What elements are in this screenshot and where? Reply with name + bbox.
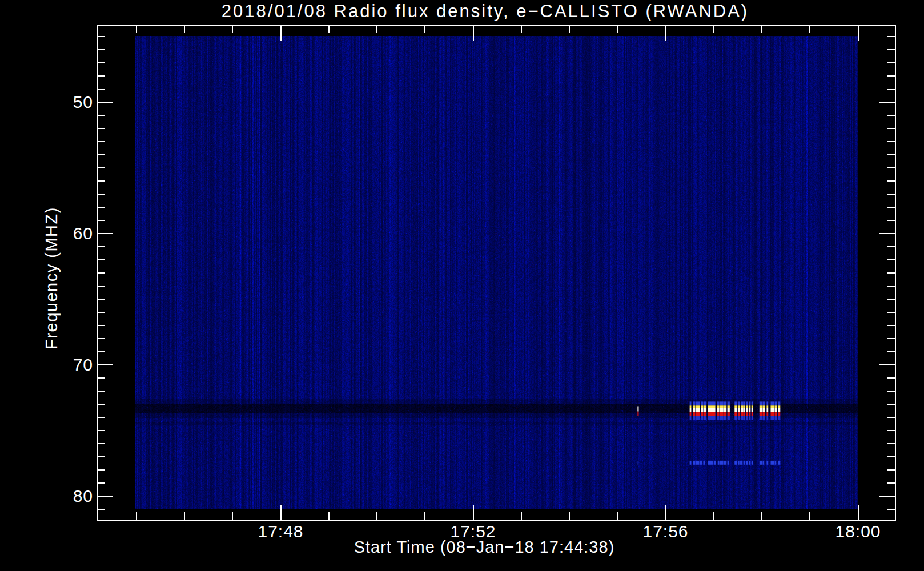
y-tick-mark: [97, 364, 113, 365]
x-tick-mark: [858, 26, 859, 41]
y-tick-mark: [887, 443, 895, 444]
y-tick-mark: [97, 128, 105, 129]
y-tick-mark: [887, 194, 895, 195]
y-tick-mark: [887, 509, 895, 510]
y-tick-mark: [887, 180, 895, 182]
x-tick-mark: [809, 512, 810, 520]
y-tick-mark: [887, 351, 895, 352]
y-tick-mark: [97, 443, 105, 444]
y-tick-mark: [97, 36, 105, 37]
y-tick-mark: [97, 62, 105, 63]
y-tick-mark: [97, 456, 105, 457]
y-tick-mark: [97, 272, 105, 274]
y-tick-mark: [887, 272, 895, 274]
y-tick-label: 60: [50, 224, 93, 243]
y-tick-mark: [97, 509, 105, 510]
y-tick-mark: [887, 62, 895, 63]
y-tick-mark: [97, 496, 113, 497]
y-tick-mark: [887, 36, 895, 37]
spectrogram-window: 2018/01/08 Radio flux density, e−CALLIST…: [0, 0, 924, 571]
y-tick-mark: [97, 312, 105, 313]
y-tick-mark: [887, 338, 895, 339]
y-tick-mark: [97, 220, 105, 221]
y-tick-mark: [887, 456, 895, 457]
y-tick-mark: [887, 286, 895, 287]
y-tick-mark: [97, 115, 105, 116]
x-tick-mark: [376, 512, 377, 520]
x-tick-mark: [521, 512, 522, 520]
x-tick-mark: [809, 26, 810, 33]
y-tick-mark: [887, 141, 895, 142]
chart-title: 2018/01/08 Radio flux density, e−CALLIST…: [86, 1, 884, 22]
y-tick-mark: [97, 299, 105, 300]
x-tick-mark: [713, 512, 714, 520]
y-tick-mark: [97, 469, 105, 471]
y-tick-mark: [887, 391, 895, 392]
y-tick-mark: [887, 482, 895, 484]
y-tick-mark: [879, 364, 895, 365]
y-tick-mark: [97, 325, 105, 326]
y-tick-mark: [879, 102, 895, 103]
y-tick-mark: [97, 49, 105, 50]
x-tick-mark: [280, 505, 282, 520]
y-tick-mark: [97, 259, 105, 260]
y-tick-mark: [97, 351, 105, 352]
x-tick-mark: [424, 512, 425, 520]
y-tick-mark: [887, 259, 895, 260]
x-axis-title: Start Time (08−Jan−18 17:44:38): [85, 538, 884, 557]
y-tick-mark: [887, 115, 895, 116]
x-tick-mark: [521, 26, 522, 33]
y-tick-mark: [97, 102, 113, 103]
y-tick-mark: [887, 377, 895, 379]
y-tick-mark: [887, 417, 895, 418]
x-tick-mark: [473, 26, 474, 41]
y-tick-mark: [887, 89, 895, 90]
y-tick-label: 50: [50, 93, 93, 112]
x-tick-mark: [136, 26, 137, 33]
x-tick-mark: [713, 26, 714, 33]
x-tick-mark: [617, 26, 618, 33]
y-tick-mark: [887, 246, 895, 247]
x-tick-mark: [617, 512, 618, 520]
y-tick-mark: [97, 167, 105, 168]
y-tick-mark: [887, 207, 895, 208]
y-tick-mark: [887, 220, 895, 221]
x-tick-mark: [665, 26, 666, 41]
y-tick-mark: [887, 404, 895, 405]
x-tick-mark: [858, 505, 859, 520]
y-tick-mark: [97, 246, 105, 247]
x-tick-mark: [184, 512, 185, 520]
y-tick-mark: [887, 469, 895, 471]
y-tick-mark: [97, 404, 105, 405]
y-tick-mark: [97, 391, 105, 392]
x-tick-mark: [569, 512, 570, 520]
y-tick-mark: [97, 233, 113, 234]
x-tick-mark: [232, 512, 233, 520]
x-tick-mark: [232, 26, 233, 33]
y-tick-mark: [97, 89, 105, 90]
y-tick-label: 80: [50, 486, 93, 506]
y-tick-label: 70: [50, 355, 93, 375]
x-tick-mark: [761, 26, 762, 33]
y-tick-mark: [97, 207, 105, 208]
x-tick-mark: [424, 26, 425, 33]
y-tick-mark: [887, 75, 895, 77]
y-tick-mark: [887, 299, 895, 300]
y-tick-mark: [97, 180, 105, 182]
y-tick-mark: [97, 482, 105, 484]
y-tick-mark: [97, 141, 105, 142]
y-tick-mark: [97, 194, 105, 195]
x-tick-mark: [473, 505, 474, 520]
x-tick-mark: [569, 26, 570, 33]
y-tick-mark: [97, 286, 105, 287]
x-tick-mark: [328, 26, 330, 33]
y-tick-mark: [97, 417, 105, 418]
y-tick-mark: [887, 128, 895, 129]
x-tick-mark: [184, 26, 185, 33]
y-tick-mark: [97, 154, 105, 155]
y-tick-mark: [887, 49, 895, 50]
y-tick-mark: [887, 167, 895, 168]
plot-frame: [97, 25, 896, 521]
y-tick-mark: [97, 430, 105, 431]
x-tick-mark: [376, 26, 377, 33]
